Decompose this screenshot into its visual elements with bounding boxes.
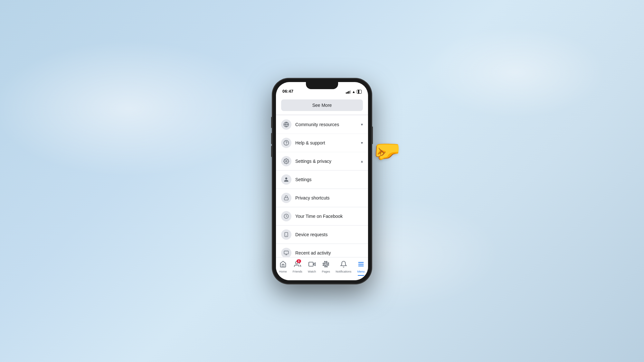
- battery-icon: ▌: [357, 90, 362, 94]
- signal-icon: [346, 90, 351, 94]
- svg-marker-16: [313, 263, 315, 265]
- pointing-hand-cursor: 🤜: [373, 138, 401, 164]
- menu-icon: [357, 261, 365, 269]
- nav-notifications-label: Notifications: [336, 270, 351, 273]
- nav-friends-label: Friends: [293, 270, 302, 273]
- pages-icon: [322, 261, 329, 269]
- svg-rect-17: [309, 262, 313, 266]
- nav-home[interactable]: Home: [276, 259, 290, 274]
- community-resources-label: Community resources: [295, 122, 358, 127]
- notch: [306, 82, 338, 89]
- content-area: See More Community resources: [276, 96, 368, 280]
- phone-mockup: 🤜 06:47 ▲ ▌ See More: [272, 78, 372, 284]
- settings-item-icon: [281, 174, 291, 185]
- recent-ad-label: Recent ad activity: [295, 250, 363, 255]
- help-support-icon: [281, 138, 291, 148]
- settings-privacy-icon: [281, 156, 291, 166]
- nav-pages-label: Pages: [322, 270, 330, 273]
- device-requests-label: Device requests: [295, 232, 363, 237]
- nav-menu[interactable]: Menu: [354, 259, 368, 274]
- status-bar: 06:47 ▲ ▌: [276, 82, 368, 96]
- svg-point-4: [286, 160, 287, 162]
- svg-rect-5: [284, 198, 288, 200]
- settings-privacy-chevron: ▴: [361, 159, 363, 163]
- nav-watch-label: Watch: [308, 270, 316, 273]
- see-more-button[interactable]: See More: [281, 99, 363, 111]
- privacy-shortcuts-icon: [281, 193, 291, 203]
- settings-item-label: Settings: [295, 177, 363, 182]
- community-resources-section: Community resources ▾: [276, 116, 368, 134]
- nav-friends[interactable]: 8 Friends: [290, 259, 305, 274]
- nav-home-label: Home: [279, 270, 287, 273]
- phone-screen: 06:47 ▲ ▌ See More: [276, 82, 368, 280]
- bottom-navigation: Home 8 Friends: [276, 257, 368, 280]
- menu-list: Community resources ▾: [276, 116, 368, 257]
- nav-watch[interactable]: Watch: [305, 259, 319, 274]
- community-resources-icon: [281, 119, 291, 130]
- settings-privacy-header[interactable]: Settings & privacy ▴: [276, 152, 368, 171]
- help-support-chevron: ▾: [361, 141, 363, 145]
- home-icon: [279, 261, 287, 269]
- friends-badge: 8: [297, 259, 301, 263]
- notifications-icon: [340, 261, 347, 269]
- privacy-shortcuts-label: Privacy shortcuts: [295, 195, 363, 200]
- your-time-label: Your Time on Facebook: [295, 214, 363, 219]
- device-requests-icon: [281, 229, 291, 240]
- menu-active-indicator: [358, 275, 364, 276]
- status-icons: ▲ ▌: [346, 90, 362, 94]
- your-time-item[interactable]: Your Time on Facebook: [276, 207, 368, 226]
- wifi-icon: ▲: [352, 90, 355, 94]
- help-support-section: Help & support ▾: [276, 134, 368, 152]
- privacy-shortcuts-item[interactable]: Privacy shortcuts: [276, 189, 368, 207]
- recent-ad-item[interactable]: Recent ad activity: [276, 244, 368, 257]
- recent-ad-icon: [281, 248, 291, 257]
- svg-rect-9: [284, 251, 288, 254]
- watch-icon: [308, 261, 316, 269]
- settings-item[interactable]: Settings: [276, 171, 368, 189]
- status-time: 06:47: [282, 89, 293, 94]
- community-resources-header[interactable]: Community resources ▾: [276, 116, 368, 134]
- community-resources-chevron: ▾: [361, 122, 363, 127]
- nav-notifications[interactable]: Notifications: [333, 259, 354, 274]
- settings-privacy-section: Settings & privacy ▴ Settings: [276, 152, 368, 257]
- help-support-label: Help & support: [295, 140, 358, 145]
- device-requests-item[interactable]: Device requests: [276, 226, 368, 244]
- nav-pages[interactable]: Pages: [319, 259, 333, 274]
- help-support-header[interactable]: Help & support ▾: [276, 134, 368, 152]
- nav-menu-label: Menu: [357, 270, 365, 273]
- settings-privacy-label: Settings & privacy: [295, 159, 358, 164]
- your-time-icon: [281, 211, 291, 221]
- see-more-section: See More: [276, 96, 368, 114]
